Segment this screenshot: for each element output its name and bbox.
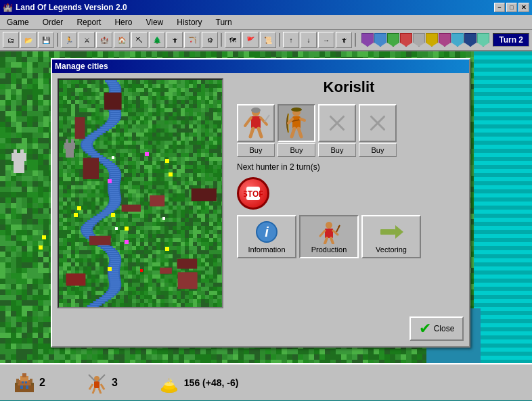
close-button[interactable]: ✔ Close [409, 316, 464, 341]
menu-view[interactable]: View [141, 16, 167, 28]
empty-slot-2-x [364, 110, 391, 137]
toolbar-unit8[interactable]: 🏹 [184, 32, 200, 48]
toolbar-unit9[interactable]: ⚙ [202, 32, 218, 48]
toolbar-sep4 [355, 33, 356, 47]
toolbar-move1[interactable]: ↑ [283, 32, 299, 48]
status-armies: 3 [86, 372, 118, 394]
toolbar-unit1[interactable]: 🏃 [61, 32, 77, 48]
svg-rect-43 [94, 381, 99, 388]
warrior-icon-box[interactable] [237, 104, 275, 142]
cities-icon [14, 372, 35, 394]
svg-text:STOP: STOP [244, 189, 263, 199]
empty-slot-2-box[interactable] [359, 104, 397, 142]
svg-point-1 [251, 108, 261, 113]
armies-count: 3 [112, 377, 118, 389]
shield-3 [387, 33, 399, 47]
empty-slot-2-buy-button[interactable]: Buy [359, 143, 397, 157]
svg-line-6 [250, 128, 253, 137]
svg-rect-37 [31, 383, 34, 385]
shield-1 [361, 33, 374, 47]
toolbar-unit6[interactable]: 🌲 [149, 32, 165, 48]
empty-slot-1-x [324, 110, 351, 137]
menu-hero[interactable]: Hero [110, 16, 136, 28]
cities-count: 2 [39, 377, 45, 389]
vectoring-icon [379, 220, 403, 244]
empty-slot-1-box[interactable] [318, 104, 356, 142]
toolbar-move3[interactable]: → [318, 32, 334, 48]
toolbar-unit5[interactable]: ⛏ [131, 32, 148, 48]
unit-slot-empty1: Buy [318, 104, 356, 157]
toolbar-unit2[interactable]: ⚔ [79, 32, 95, 48]
toolbar-flag[interactable]: 🚩 [242, 32, 259, 48]
svg-rect-2 [251, 116, 261, 128]
toolbar-scroll[interactable]: 📜 [260, 32, 276, 48]
checkmark-icon: ✔ [419, 320, 431, 337]
shield-5 [413, 33, 425, 47]
maximize-button[interactable]: □ [506, 3, 517, 12]
gold-icon: ✨ [158, 372, 180, 394]
toolbar-open[interactable]: 📂 [20, 32, 37, 48]
svg-line-47 [99, 388, 101, 394]
svg-line-5 [265, 115, 269, 122]
title-bar-left: 🏰 Land Of Legends Version 2.0 [3, 3, 127, 12]
svg-line-25 [331, 238, 333, 243]
shield-6 [426, 33, 438, 47]
information-label: Information [248, 245, 285, 254]
warrior-buy-button[interactable]: Buy [237, 143, 275, 157]
vectoring-button[interactable]: Vectoring [361, 215, 421, 258]
app-icon: 🏰 [3, 3, 13, 12]
warrior-figure [241, 107, 271, 139]
unit-slots: Buy [237, 104, 461, 157]
manage-cities-dialog: Manage cities Korislit [51, 58, 470, 348]
production-button[interactable]: Production [299, 215, 359, 258]
armies-icon [86, 372, 108, 394]
svg-line-44 [89, 384, 93, 390]
dialog-title: Manage cities [55, 62, 108, 71]
archer-icon-box[interactable] [278, 104, 315, 142]
svg-rect-38 [20, 385, 23, 389]
shield-group [361, 33, 489, 47]
shield-2 [374, 33, 386, 47]
stop-button-area: STOP [237, 177, 461, 210]
menu-game[interactable]: Game [3, 16, 33, 28]
svg-line-16 [292, 128, 294, 137]
svg-rect-33 [22, 373, 26, 377]
svg-line-15 [301, 119, 305, 120]
close-window-button[interactable]: ✕ [518, 3, 529, 12]
shield-4 [400, 33, 412, 47]
toolbar-unit4[interactable]: 🏠 [114, 32, 130, 48]
toolbar-unit3[interactable]: 🏰 [96, 32, 112, 48]
next-hunter-text: Next hunter in 2 turn(s) [237, 162, 461, 172]
empty-slot-1-buy-button[interactable]: Buy [318, 143, 356, 157]
toolbar-unit7[interactable]: 🗡 [167, 32, 183, 48]
svg-rect-40 [22, 381, 24, 383]
toolbar-save[interactable]: 💾 [38, 32, 54, 48]
archer-figure [282, 107, 311, 139]
information-button[interactable]: i Information [237, 215, 296, 258]
svg-text:✨: ✨ [167, 377, 173, 384]
stop-button[interactable]: STOP [237, 177, 269, 210]
unit-slot-warrior: Buy [237, 104, 275, 157]
shield-8 [451, 33, 464, 47]
app-title: Land Of Legends Version 2.0 [16, 3, 127, 12]
svg-rect-41 [25, 381, 27, 383]
svg-line-22 [320, 231, 325, 236]
shield-10 [477, 33, 489, 47]
svg-line-46 [93, 388, 95, 394]
toolbar-sword[interactable]: 🗡 [336, 32, 352, 48]
svg-rect-36 [15, 383, 18, 385]
dialog-titlebar: Manage cities [52, 60, 469, 73]
menu-history[interactable]: History [173, 16, 206, 28]
toolbar-sep2 [221, 33, 222, 47]
unit-slot-empty2: Buy [359, 104, 397, 157]
menu-order[interactable]: Order [39, 16, 68, 28]
toolbar-new[interactable]: 🗂 [3, 32, 19, 48]
archer-buy-button[interactable]: Buy [278, 143, 315, 157]
menu-report[interactable]: Report [72, 16, 105, 28]
toolbar-move2[interactable]: ↓ [301, 32, 317, 48]
action-buttons: i Information [237, 215, 461, 258]
shield-9 [464, 33, 476, 47]
menu-turn[interactable]: Turn [212, 16, 236, 28]
minimize-button[interactable]: − [494, 3, 505, 12]
toolbar-map[interactable]: 🗺 [225, 32, 241, 48]
